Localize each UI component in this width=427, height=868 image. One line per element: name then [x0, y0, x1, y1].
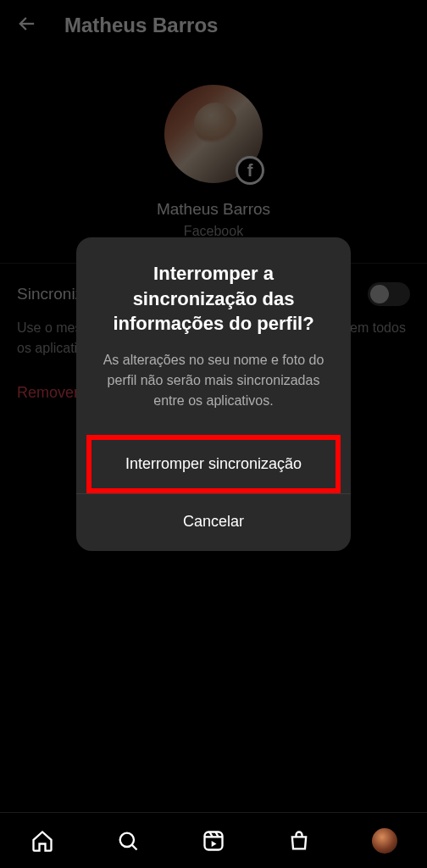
stop-sync-button[interactable]: Interromper sincronização [86, 435, 341, 493]
cancel-button-label: Cancelar [183, 513, 244, 530]
nav-profile-icon[interactable] [372, 828, 397, 854]
dialog-description: As alterações no seu nome e foto do perf… [97, 350, 330, 411]
nav-reels-icon[interactable] [201, 828, 226, 854]
nav-avatar [372, 828, 397, 854]
bottom-nav [0, 812, 427, 868]
stop-sync-button-label: Interromper sincronização [125, 455, 302, 472]
svg-rect-1 [204, 832, 222, 849]
dialog-title: Interromper a sincronização das informaç… [97, 261, 330, 337]
nav-search-icon[interactable] [115, 828, 141, 854]
nav-home-icon[interactable] [30, 828, 55, 854]
dialog-body: Interromper a sincronização das informaç… [76, 237, 351, 430]
confirm-dialog: Interromper a sincronização das informaç… [76, 237, 351, 551]
cancel-button[interactable]: Cancelar [76, 493, 351, 551]
svg-point-0 [120, 832, 134, 846]
nav-shop-icon[interactable] [286, 828, 312, 854]
